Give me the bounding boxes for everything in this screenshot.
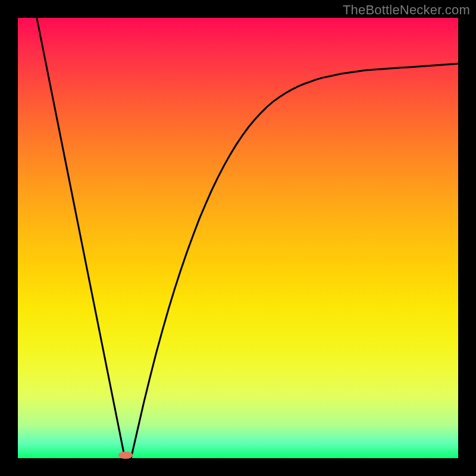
attribution-text: TheBottleNecker.com xyxy=(343,2,470,18)
curve-right-branch xyxy=(131,64,458,458)
trough-marker xyxy=(118,452,133,459)
chart-plot-area xyxy=(18,18,458,458)
chart-curve-svg xyxy=(18,18,458,458)
curve-left-branch xyxy=(37,18,125,458)
